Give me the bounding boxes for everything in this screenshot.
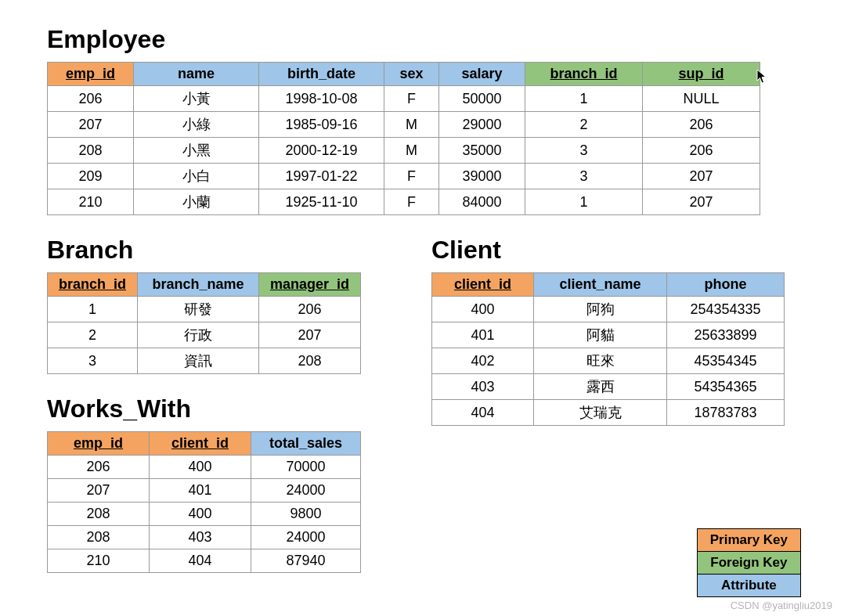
col-branch-name: branch_name [138,273,259,297]
cell: 210 [48,189,134,215]
cell: 403 [150,526,251,549]
cell: 2000-12-19 [259,138,384,164]
cell: 1 [48,297,138,322]
legend: Primary Key Foreign Key Attribute [697,528,801,597]
table-row: 400 阿狗 254354335 [432,297,785,322]
cell: M [384,138,439,164]
cell: 400 [150,503,251,526]
cell: 行政 [138,322,259,348]
cell: 3 [525,164,643,189]
cell: F [384,164,439,189]
cell: 阿貓 [534,322,667,348]
cell: 208 [259,348,361,374]
cell: 29000 [439,112,525,138]
cell: 24000 [251,526,361,549]
cell: 208 [48,503,150,526]
branch-header-row: branch_id branch_name manager_id [48,273,361,297]
col-manager-id: manager_id [259,273,361,297]
cell: 3 [525,138,643,164]
cell: M [384,112,439,138]
cell: 208 [48,526,150,549]
table-row: 207 401 24000 [48,479,361,503]
col-client-id: client_id [432,273,534,297]
branch-table: branch_id branch_name manager_id 1 研發 20… [47,272,361,374]
cell: 小黃 [134,86,259,112]
col-name: name [134,63,259,86]
cell: 403 [432,374,534,400]
works-with-table: emp_id client_id total_sales 206 400 700… [47,431,361,573]
table-row: 208 403 24000 [48,526,361,549]
cell: 1985-09-16 [259,112,384,138]
col-branch-id: branch_id [525,63,643,86]
cell: 2 [48,322,138,348]
cell: 401 [150,479,251,503]
cell: 401 [432,322,534,348]
cell: F [384,189,439,215]
cell: 小蘭 [134,189,259,215]
cell: 207 [48,479,150,503]
col-salary: salary [439,63,525,86]
cell: 206 [643,138,760,164]
table-row: 206 小黃 1998-10-08 F 50000 1 NULL [48,86,760,112]
table-row: 210 404 87940 [48,549,361,573]
cell: 研發 [138,297,259,322]
cell: 1925-11-10 [259,189,384,215]
legend-fk: Foreign Key [698,552,800,575]
table-row: 209 小白 1997-01-22 F 39000 3 207 [48,164,760,189]
cell: 400 [150,456,251,479]
cell: 45354345 [667,348,785,374]
cell: 1997-01-22 [259,164,384,189]
col-total-sales: total_sales [251,432,361,456]
cell: 50000 [439,86,525,112]
cell: 209 [48,164,134,189]
table-row: 206 400 70000 [48,456,361,479]
cell: 87940 [251,549,361,573]
employee-header-row: emp_id name birth_date sex salary branch… [48,63,760,86]
col-emp-id: emp_id [48,63,134,86]
works-with-header-row: emp_id client_id total_sales [48,432,361,456]
cell: 210 [48,549,150,573]
cell: 25633899 [667,322,785,348]
legend-pk: Primary Key [698,529,800,552]
legend-attr: Attribute [698,575,800,596]
branch-section: Branch branch_id branch_name manager_id … [47,229,361,374]
cell: 402 [432,348,534,374]
cell: 207 [643,189,760,215]
cell: F [384,86,439,112]
cell: 39000 [439,164,525,189]
cell: 1998-10-08 [259,86,384,112]
table-row: 1 研發 206 [48,297,361,322]
employee-table: emp_id name birth_date sex salary branch… [47,62,760,215]
client-title: Client [431,236,785,265]
cell: 207 [259,322,361,348]
table-row: 403 露西 54354365 [432,374,785,400]
cell: 阿狗 [534,297,667,322]
cell: 207 [48,112,134,138]
cell: 資訊 [138,348,259,374]
cell: 254354335 [667,297,785,322]
cell: 小黑 [134,138,259,164]
cell: 24000 [251,479,361,503]
cell: 1 [525,86,643,112]
cell: 84000 [439,189,525,215]
table-row: 404 艾瑞克 18783783 [432,400,785,426]
cell: 206 [259,297,361,322]
cell: 207 [643,164,760,189]
client-header-row: client_id client_name phone [432,273,785,297]
employee-title: Employee [47,25,801,54]
table-row: 3 資訊 208 [48,348,361,374]
cell: 54354365 [667,374,785,400]
branch-title: Branch [47,236,361,265]
cell: 小綠 [134,112,259,138]
works-with-title: Works_With [47,394,361,423]
cell: 70000 [251,456,361,479]
cell: 9800 [251,503,361,526]
col-emp-id: emp_id [48,432,150,456]
cell: 206 [48,456,150,479]
cell: 2 [525,112,643,138]
client-table: client_id client_name phone 400 阿狗 25435… [431,272,785,426]
cell: 1 [525,189,643,215]
col-client-name: client_name [534,273,667,297]
col-birth-date: birth_date [259,63,384,86]
table-row: 208 小黑 2000-12-19 M 35000 3 206 [48,138,760,164]
